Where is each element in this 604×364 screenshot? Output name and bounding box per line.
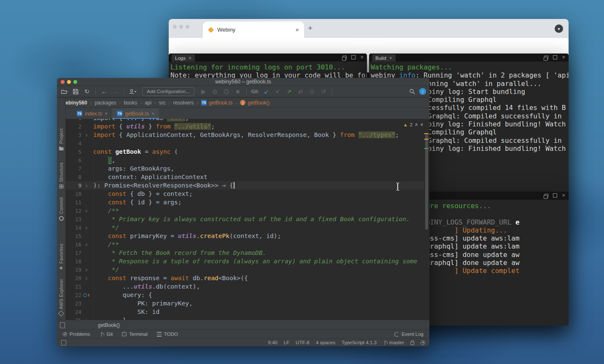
maximize-window-icon[interactable] <box>553 55 557 59</box>
toolwindow-git[interactable]: Git <box>100 332 113 337</box>
add-configuration-button[interactable]: Add Configuration... <box>142 87 194 96</box>
typescript-version[interactable]: TypeScript 4.1.3 <box>342 340 377 345</box>
terminal-text: Watching packages... <box>371 63 452 71</box>
fold-marker[interactable]: ∨ <box>81 276 92 281</box>
git-rollback-icon[interactable]: ↺ <box>320 88 327 95</box>
close-icon[interactable]: × <box>189 55 191 61</box>
maximize-window-icon[interactable] <box>553 193 557 198</box>
stripe-button-structure[interactable]: Structure <box>57 162 65 189</box>
build-terminal-tab[interactable]: Build × <box>372 54 396 62</box>
breadcrumb-item-resolvers[interactable]: resolvers <box>173 100 194 106</box>
build-window-controls[interactable]: × <box>545 55 565 60</box>
float-window-icon[interactable] <box>343 56 347 59</box>
user-dropdown-icon[interactable] <box>129 88 137 95</box>
debug-bug-icon[interactable] <box>211 88 219 95</box>
stripe-button-project[interactable]: Project <box>57 128 65 150</box>
breadcrumb-item-getbookts[interactable]: TSgetBook.ts <box>201 100 233 106</box>
toolwindow-problems[interactable]: Problems <box>63 332 90 337</box>
code-segment: * Primary key is always constructed out … <box>93 216 410 222</box>
close-window-icon[interactable]: × <box>562 55 565 59</box>
logs-terminal-tab[interactable]: Logs × <box>172 54 195 62</box>
open-folder-icon[interactable] <box>60 88 68 95</box>
git-branch-widget[interactable]: master <box>383 340 404 345</box>
git-update-icon[interactable]: ↙ <box>263 88 270 95</box>
gear-icon[interactable] <box>421 340 425 345</box>
code-lines[interactable]: import { ... } from "...";import { utils… <box>93 119 423 320</box>
sync-icon[interactable]: ↻ <box>83 88 91 95</box>
close-window-icon[interactable]: × <box>360 55 364 59</box>
inspection-widget[interactable]: ▲ 2 ∧ ∨ <box>403 122 423 127</box>
line-ending[interactable]: LF <box>284 340 289 345</box>
gutter-target-icon[interactable] <box>83 293 87 297</box>
next-problem-icon[interactable]: ∨ <box>420 122 423 127</box>
caret-position[interactable]: 9:40 <box>268 340 277 345</box>
fold-marker[interactable]: ∨ <box>81 183 92 188</box>
git-commit-icon[interactable]: ✓ <box>274 88 282 95</box>
encoding[interactable]: UTF-8 <box>296 340 310 345</box>
search-everywhere-icon[interactable] <box>408 88 416 95</box>
stripe-button-aws-explorer[interactable]: AWS Explorer <box>57 279 65 316</box>
git-history-icon[interactable]: ⊙ <box>308 88 316 95</box>
toolwindow-terminal[interactable]: Terminal <box>122 332 147 337</box>
logs-window-controls[interactable]: × <box>343 55 364 60</box>
browser-media-button[interactable]: ▾ <box>555 24 563 33</box>
ide-titlebar[interactable]: webiny560 – getBook.ts <box>57 78 429 86</box>
tab-close-icon[interactable]: × <box>105 111 108 117</box>
navigate-forward-icon[interactable]: → <box>112 88 119 95</box>
save-icon[interactable] <box>72 88 79 95</box>
tab-close-icon[interactable]: × <box>151 111 154 117</box>
lock-icon[interactable] <box>410 342 414 345</box>
git-push-icon[interactable]: ↗ <box>286 88 293 95</box>
toolbar-separator <box>124 88 124 95</box>
new-tab-button[interactable]: + <box>308 24 313 33</box>
stop-icon[interactable]: ■ <box>234 88 242 95</box>
float-window-icon[interactable] <box>545 194 548 198</box>
stripe-button-favorites[interactable]: Favorites★ <box>57 244 65 270</box>
profiler-icon[interactable] <box>223 88 230 95</box>
close-icon[interactable]: × <box>389 55 392 61</box>
code-line: query: { <box>93 291 423 299</box>
change-stripe-mark[interactable] <box>424 148 429 149</box>
toolwindow-todo[interactable]: TODO <box>157 332 178 337</box>
logs-terminal-output[interactable]: Listening for incoming logs on port 3010… <box>170 63 367 80</box>
fold-marker[interactable]: ∨ <box>81 242 92 247</box>
warning-stripe-mark[interactable] <box>424 139 429 140</box>
event-log-button[interactable]: Event Log <box>394 332 423 337</box>
code-segment: ; <box>185 119 189 121</box>
breadcrumb-item-packages[interactable]: packages <box>94 100 116 106</box>
breadcrumb-item-src[interactable]: src <box>159 100 166 106</box>
breadcrumb-item-getbook[interactable]: fgetBook() <box>240 100 270 106</box>
fold-marker[interactable]: ∨ <box>81 209 92 213</box>
minimize-window-icon[interactable] <box>179 25 183 29</box>
fold-marker[interactable]: ∨ <box>81 133 92 137</box>
prev-problem-icon[interactable]: ∧ <box>415 122 418 127</box>
breadcrumb-item-api[interactable]: api <box>145 100 151 106</box>
float-window-icon[interactable] <box>545 56 548 59</box>
run-icon[interactable]: ▶ <box>200 88 208 95</box>
browser-window-controls[interactable] <box>173 25 189 29</box>
zoom-window-icon[interactable] <box>186 25 189 29</box>
fold-marker[interactable]: ∧ <box>81 268 92 272</box>
editor[interactable]: 123∨456789∨101112∨1314∧1516∨171819∧20∨21… <box>65 119 429 320</box>
editor-tab-getbookts[interactable]: TSgetBook.ts× <box>112 108 159 119</box>
warning-stripe-mark[interactable] <box>424 133 429 134</box>
toolwindow-corner-icon[interactable] <box>60 322 65 328</box>
git-merge-icon[interactable]: ⇄ <box>297 88 305 95</box>
fold-marker[interactable]: ∧ <box>81 225 92 230</box>
stripe-button-commit[interactable]: Commit <box>57 197 65 221</box>
fold-marker[interactable]: ↑ <box>81 292 92 298</box>
maximize-window-icon[interactable] <box>351 55 356 59</box>
editor-tab-indexts[interactable]: TSindex.ts× <box>72 108 112 119</box>
close-window-icon[interactable]: × <box>562 193 565 198</box>
indent-setting[interactable]: 4 spaces <box>316 340 335 345</box>
toolwindow-toggle-icon[interactable] <box>61 340 66 345</box>
function-icon: f <box>240 100 245 105</box>
navigate-back-icon[interactable]: ← <box>100 88 108 95</box>
ide-update-button[interactable]: ↑ <box>419 88 426 95</box>
infra-window-controls[interactable]: × <box>545 193 565 198</box>
close-window-icon[interactable] <box>173 25 177 29</box>
tab-close-icon[interactable]: × <box>294 27 300 33</box>
browser-tab[interactable]: Webiny × <box>203 21 304 38</box>
breadcrumb-item-books[interactable]: books <box>124 100 137 106</box>
gutter-arrow-icon[interactable]: ↑ <box>87 292 90 298</box>
